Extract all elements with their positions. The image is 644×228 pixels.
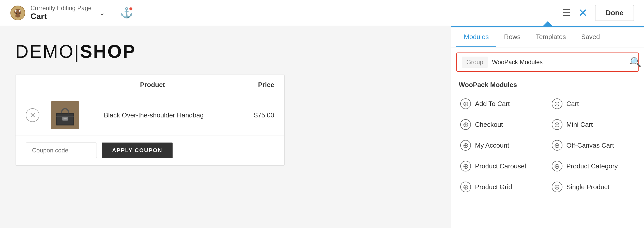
module-item-off-canvas-cart[interactable]: ⊕ Off-Canvas Cart [548, 135, 639, 156]
module-label-off-canvas-cart: Off-Canvas Cart [566, 142, 614, 149]
module-item-single-product[interactable]: ⊕ Single Product [548, 177, 639, 197]
product-thumbnail [51, 101, 79, 129]
group-selector-wrapper: Group WooPack Modules ⌄ 🔍 [451, 47, 644, 77]
cart-product-row: ✕ Black Over-the-shoulder Handbag $75.00 [16, 95, 284, 135]
page-preview: DEMO|SHOP Product Price ✕ [0, 26, 451, 228]
handbag-image [54, 104, 76, 127]
add-icon-add-to-cart: ⊕ [460, 98, 471, 109]
module-item-add-to-cart[interactable]: ⊕ Add To Cart [456, 93, 548, 114]
currently-editing-label: Currently Editing Page [30, 5, 91, 12]
module-item-product-category[interactable]: ⊕ Product Category [548, 156, 639, 177]
list-icon[interactable]: ☰ [562, 8, 571, 18]
logo-icon [10, 5, 25, 21]
module-label-product-carousel: Product Carousel [475, 162, 526, 170]
top-bar-left: Currently Editing Page Cart ⌄ ⚓ [10, 5, 562, 21]
module-item-mini-cart[interactable]: ⊕ Mini Cart [548, 114, 639, 135]
svg-point-5 [20, 10, 20, 11]
close-icon[interactable]: ✕ [578, 6, 588, 19]
coupon-input[interactable] [26, 143, 97, 158]
tab-modules[interactable]: Modules [456, 27, 496, 47]
module-item-my-account[interactable]: ⊕ My Account [456, 135, 548, 156]
page-name-label: Cart [30, 12, 91, 21]
apply-coupon-button[interactable]: APPLY COUPON [102, 143, 173, 158]
module-label-my-account: My Account [475, 142, 509, 149]
col-price-header: Price [228, 81, 274, 89]
shop-name-light: DEMO [15, 41, 74, 62]
modules-section-title: WooPack Modules [451, 77, 644, 91]
tab-templates[interactable]: Templates [528, 27, 574, 47]
svg-point-4 [16, 10, 16, 11]
top-bar-right: ☰ ✕ Done [562, 5, 634, 21]
module-label-add-to-cart: Add To Cart [475, 100, 510, 108]
search-icon[interactable]: 🔍 [627, 57, 644, 67]
module-item-product-grid[interactable]: ⊕ Product Grid [456, 177, 548, 197]
group-select-value: WooPack Modules [492, 59, 624, 66]
panel-pointer [542, 21, 553, 27]
tab-saved[interactable]: Saved [574, 27, 608, 47]
coupon-row: APPLY COUPON [16, 135, 284, 165]
module-label-single-product: Single Product [566, 183, 609, 191]
tab-rows[interactable]: Rows [496, 27, 528, 47]
remove-item-button[interactable]: ✕ [26, 108, 39, 122]
module-item-cart[interactable]: ⊕ Cart [548, 93, 639, 114]
panel-tabs: Modules Rows Templates Saved [451, 27, 644, 47]
separator: | [74, 41, 80, 62]
svg-point-6 [15, 14, 20, 17]
add-icon-my-account: ⊕ [460, 140, 471, 151]
add-icon-mini-cart: ⊕ [552, 119, 562, 130]
module-label-product-category: Product Category [566, 162, 618, 170]
add-icon-single-product: ⊕ [552, 182, 562, 192]
shop-name-bold: SHOP [80, 41, 136, 62]
svg-rect-10 [64, 118, 67, 119]
shop-logo: DEMO|SHOP [15, 41, 436, 62]
add-icon-product-carousel: ⊕ [460, 161, 471, 171]
product-name-cell: Black Over-the-shoulder Handbag [84, 111, 223, 119]
module-item-product-carousel[interactable]: ⊕ Product Carousel [456, 156, 548, 177]
cart-table-header: Product Price [16, 75, 284, 95]
add-icon-off-canvas-cart: ⊕ [552, 140, 562, 151]
add-icon-product-grid: ⊕ [460, 182, 471, 192]
group-label: Group [462, 57, 488, 68]
done-button[interactable]: Done [595, 5, 634, 21]
module-label-checkout: Checkout [475, 121, 503, 129]
module-grid: ⊕ Add To Cart ⊕ Cart ⊕ Checkout ⊕ Mini C… [451, 91, 644, 200]
add-icon-product-category: ⊕ [552, 161, 562, 171]
page-dropdown-arrow[interactable]: ⌄ [99, 9, 105, 17]
add-icon-checkout: ⊕ [460, 119, 471, 130]
add-icon-cart: ⊕ [552, 98, 562, 109]
group-selector-box[interactable]: Group WooPack Modules ⌄ [456, 52, 639, 72]
module-label-product-grid: Product Grid [475, 183, 512, 191]
right-panel: Modules Rows Templates Saved Group WooPa… [451, 26, 644, 228]
product-price-cell: $75.00 [228, 111, 274, 119]
col-product-header: Product [76, 81, 228, 89]
module-label-cart: Cart [566, 100, 579, 108]
cart-table: Product Price ✕ [15, 75, 285, 166]
module-item-checkout[interactable]: ⊕ Checkout [456, 114, 548, 135]
page-info: Currently Editing Page Cart [30, 5, 91, 21]
remove-col: ✕ [26, 108, 46, 122]
module-label-mini-cart: Mini Cart [566, 121, 593, 129]
main-area: DEMO|SHOP Product Price ✕ [0, 26, 644, 228]
notification-bell-wrapper[interactable]: ⚓ [120, 7, 133, 19]
